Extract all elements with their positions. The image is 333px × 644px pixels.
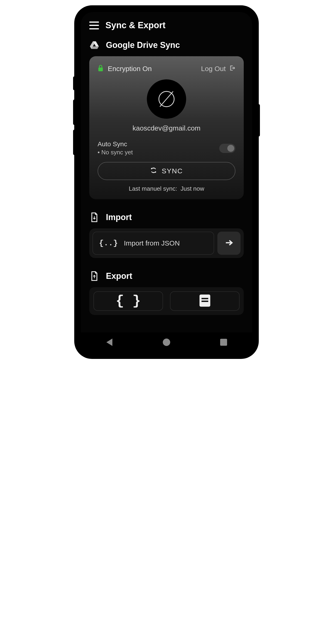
svg-rect-5 xyxy=(201,300,208,302)
logout-label: Log Out xyxy=(201,65,226,73)
nav-home-button[interactable] xyxy=(157,336,176,348)
section-title-import: Import xyxy=(106,212,132,222)
drive-sync-card: Encryption On Log Out xyxy=(89,56,244,199)
nav-recents-button[interactable] xyxy=(214,336,233,348)
google-drive-icon xyxy=(89,40,99,50)
logout-icon xyxy=(229,65,235,73)
json-braces-icon: { } xyxy=(116,293,141,309)
arrow-right-icon xyxy=(224,238,234,248)
sync-button-label: SYNC xyxy=(162,167,183,175)
avatar xyxy=(147,79,186,119)
export-file-button[interactable] xyxy=(170,291,240,311)
export-file-icon xyxy=(89,271,99,281)
autosync-status: • No sync yet xyxy=(98,149,133,156)
svg-rect-4 xyxy=(201,298,208,299)
svg-rect-0 xyxy=(98,68,103,71)
sync-button[interactable]: SYNC xyxy=(98,162,235,180)
section-title-drive: Google Drive Sync xyxy=(106,40,180,50)
svg-line-2 xyxy=(160,92,173,107)
lock-icon xyxy=(98,64,104,73)
system-navbar xyxy=(81,332,252,352)
section-title-export: Export xyxy=(106,271,132,281)
json-braces-icon: {..} xyxy=(99,239,118,248)
account-email: kaoscdev@gmail.com xyxy=(98,124,235,132)
encryption-label: Encryption On xyxy=(108,65,152,73)
sync-icon xyxy=(150,167,157,176)
import-json-button[interactable]: {..} Import from JSON xyxy=(92,232,214,255)
autosync-toggle[interactable] xyxy=(219,144,235,153)
import-file-icon xyxy=(89,212,99,222)
nav-back-button[interactable] xyxy=(100,336,119,348)
import-go-button[interactable] xyxy=(217,232,241,255)
autosync-label: Auto Sync xyxy=(98,140,133,148)
import-json-label: Import from JSON xyxy=(124,239,180,247)
menu-icon[interactable] xyxy=(89,22,99,30)
last-sync-text: Last manuel sync: Just now xyxy=(98,185,235,192)
page-title: Sync & Export xyxy=(105,20,166,30)
document-icon xyxy=(197,292,213,310)
logout-button[interactable]: Log Out xyxy=(201,65,235,73)
export-json-button[interactable]: { } xyxy=(93,291,163,311)
